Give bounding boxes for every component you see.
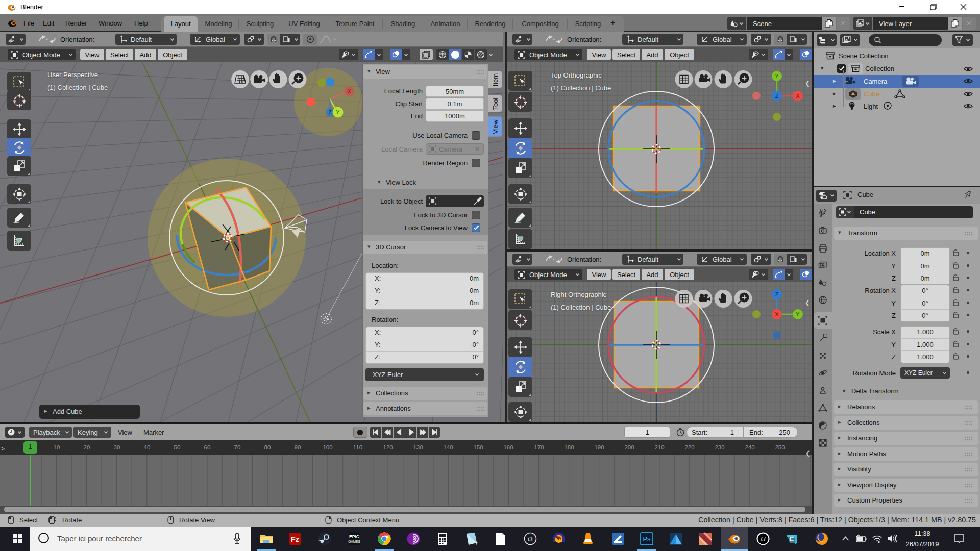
svg-text:200: 200 xyxy=(624,444,634,450)
svg-text:90: 90 xyxy=(295,444,301,450)
svg-text:50: 50 xyxy=(174,444,181,450)
svg-text:❮: ❮ xyxy=(805,80,810,87)
svg-text:U: U xyxy=(761,535,766,543)
svg-text:210: 210 xyxy=(654,444,664,450)
svg-text:Y: Y xyxy=(775,73,779,79)
svg-text:GAMES: GAMES xyxy=(348,540,360,543)
svg-text:140: 140 xyxy=(443,444,453,450)
svg-text:Z: Z xyxy=(775,93,779,99)
svg-text:130: 130 xyxy=(413,444,423,450)
svg-text:170: 170 xyxy=(534,444,544,450)
svg-text:230: 230 xyxy=(715,444,724,450)
svg-text:70: 70 xyxy=(234,444,241,450)
svg-text:X: X xyxy=(348,89,351,94)
svg-text:X: X xyxy=(775,311,779,317)
svg-text:Y: Y xyxy=(336,109,340,115)
svg-text:100: 100 xyxy=(323,444,332,450)
svg-text:i3: i3 xyxy=(528,536,533,543)
svg-text:190: 190 xyxy=(594,444,604,450)
svg-text:60: 60 xyxy=(204,444,211,450)
svg-text:120: 120 xyxy=(383,444,393,450)
svg-text:10: 10 xyxy=(54,444,60,450)
svg-text:220: 220 xyxy=(684,444,694,450)
svg-text:250: 250 xyxy=(775,444,785,450)
svg-text:Ps: Ps xyxy=(643,535,651,543)
svg-text:Y: Y xyxy=(796,311,800,317)
svg-text:160: 160 xyxy=(503,444,513,450)
svg-text:❮: ❮ xyxy=(805,299,810,306)
svg-text:C: C xyxy=(789,535,794,543)
svg-text:150: 150 xyxy=(473,444,483,450)
svg-text:X: X xyxy=(796,93,800,99)
svg-text:40: 40 xyxy=(144,444,151,450)
svg-text:EPIC: EPIC xyxy=(349,534,359,539)
svg-text:30: 30 xyxy=(114,444,120,450)
svg-text:20: 20 xyxy=(84,444,90,450)
svg-text:Z: Z xyxy=(329,110,332,115)
svg-text:240: 240 xyxy=(745,444,754,450)
svg-text:80: 80 xyxy=(264,444,271,450)
svg-text:Z: Z xyxy=(775,291,779,297)
svg-text:180: 180 xyxy=(564,444,574,450)
svg-text:110: 110 xyxy=(353,444,362,450)
svg-text:Fz: Fz xyxy=(291,535,300,543)
